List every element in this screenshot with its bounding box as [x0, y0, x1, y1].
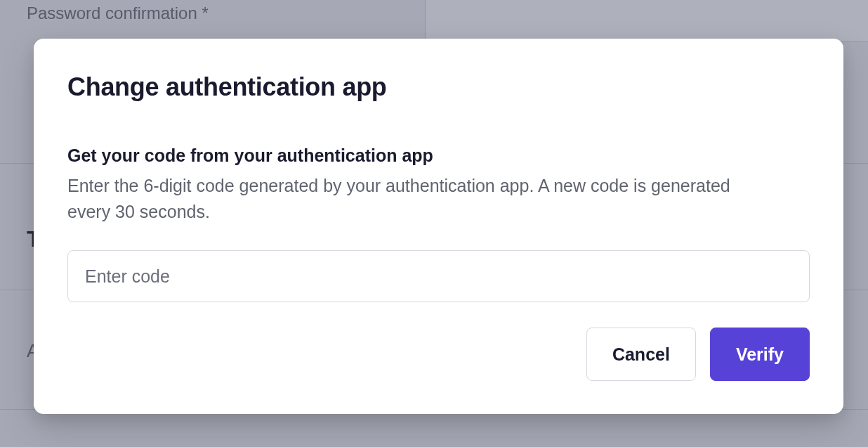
modal-subtitle: Get your code from your authentication a…: [67, 145, 810, 166]
modal-title: Change authentication app: [67, 72, 810, 102]
change-auth-app-modal: Change authentication app Get your code …: [34, 39, 843, 414]
password-confirmation-label: Password confirmation *: [27, 4, 209, 23]
modal-button-row: Cancel Verify: [67, 328, 810, 381]
password-confirmation-input-bg: [425, 0, 868, 42]
auth-code-input[interactable]: [67, 250, 810, 302]
cancel-button[interactable]: Cancel: [586, 328, 696, 381]
verify-button[interactable]: Verify: [710, 328, 810, 381]
modal-description: Enter the 6-digit code generated by your…: [67, 173, 770, 225]
